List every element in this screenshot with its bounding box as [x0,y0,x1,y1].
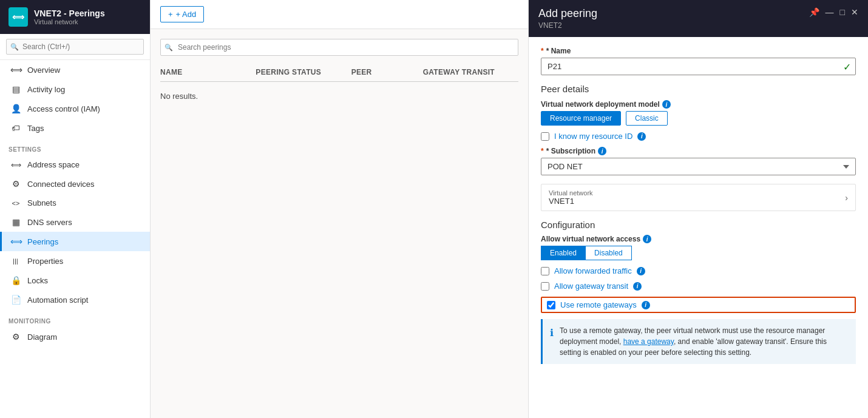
allow-forwarded-traffic-checkbox[interactable] [541,267,549,275]
col-peering-status: PEERING STATUS [256,68,351,76]
vnet-icon: ⟺ [8,7,28,27]
search-peerings-input[interactable] [160,39,518,56]
deployment-model-label: Virtual network deployment model i [541,100,856,109]
classic-button[interactable]: Classic [626,111,668,126]
subscription-info-icon[interactable]: i [598,147,606,155]
sidebar-search-input[interactable] [6,39,144,55]
sidebar-item-diagram[interactable]: ⚙ Diagram [0,327,150,346]
virtual-network-value: VNET1 [549,197,593,206]
subnets-icon: <> [10,200,21,207]
diagram-icon: ⚙ [10,332,21,342]
minimize-icon[interactable]: — [826,7,834,17]
info-box: ℹ To use a remote gateway, the peer virt… [541,319,856,364]
sidebar-item-overview[interactable]: ⟺ Overview [0,60,150,79]
virtual-network-label: Virtual network [549,189,593,197]
peer-details-title: Peer details [541,84,856,94]
sidebar-item-label: Peerings [27,237,58,246]
use-remote-gateways-checkbox[interactable] [547,301,555,309]
info-box-link[interactable]: have a gateway [623,337,674,346]
activity-log-icon: ▤ [10,84,21,94]
panel-title: Add peering [538,7,597,20]
allow-gateway-transit-label[interactable]: Allow gateway transit [554,281,628,291]
know-resource-id-checkbox[interactable] [541,132,549,141]
info-box-text: To use a remote gateway, the peer virtua… [560,325,849,358]
add-icon: + [168,10,173,19]
sidebar-item-label: Activity log [27,85,65,94]
col-gateway-transit: GATEWAY TRANSIT [423,68,518,76]
sidebar-item-properties[interactable]: ⫼ Properties [0,251,150,271]
sidebar-item-dns-servers[interactable]: ▦ DNS servers [0,212,150,232]
know-resource-info-icon[interactable]: i [637,132,646,141]
panel-header: Add peering VNET2 📌 — □ ✕ [529,0,868,37]
resource-manager-button[interactable]: Resource manager [541,111,621,126]
virtual-network-chevron-icon: › [845,193,848,203]
properties-icon: ⫼ [10,256,21,266]
sidebar-item-activity-log[interactable]: ▤ Activity log [0,79,150,99]
allow-gateway-transit-checkbox[interactable] [541,282,549,291]
deployment-model-info-icon[interactable]: i [662,100,671,109]
sidebar-search-area: 🔍 [0,34,150,60]
sidebar-item-tags[interactable]: 🏷 Tags [0,118,150,138]
config-title: Configuration [541,220,856,230]
disabled-button[interactable]: Disabled [585,246,632,260]
address-space-icon: ⟺ [10,161,21,169]
search-bar-wrap: 🔍 [160,39,518,56]
no-results-message: No results. [160,82,518,110]
access-control-icon: 👤 [10,104,21,113]
sidebar-item-locks[interactable]: 🔒 Locks [0,271,150,290]
name-input[interactable] [541,58,856,75]
use-remote-gateways-info-icon[interactable]: i [642,301,650,309]
use-remote-gateways-label[interactable]: Use remote gateways [560,300,637,309]
allow-vnet-access-label: Allow virtual network access i [541,235,856,243]
info-box-icon: ℹ [550,326,554,358]
sidebar-item-automation-script[interactable]: 📄 Automation script [0,290,150,309]
sidebar-item-label: Subnets [27,198,56,207]
sidebar-item-peerings[interactable]: ⟺ Peerings [0,232,150,251]
close-icon[interactable]: ✕ [851,7,858,17]
access-toggle-group: Enabled Disabled [541,246,856,260]
subscription-select[interactable]: POD NET [541,158,856,175]
sidebar-item-connected-devices[interactable]: ⚙ Connected devices [0,174,150,194]
add-button[interactable]: + + Add [160,6,204,22]
locks-icon: 🔒 [10,275,21,285]
peerings-icon: ⟺ [10,237,21,246]
allow-gateway-transit-row: Allow gateway transit i [541,281,856,291]
sidebar-item-subnets[interactable]: <> Subnets [0,194,150,212]
use-remote-gateways-row: Use remote gateways i [541,297,856,313]
sidebar-item-label: Properties [27,257,63,266]
name-label: * * Name [541,47,856,55]
sidebar-subtitle: Virtual network [34,18,105,25]
know-resource-id-row: I know my resource ID i [541,132,856,141]
allow-vnet-access-info-icon[interactable]: i [643,235,651,243]
sidebar-title: VNET2 - Peerings [34,8,105,18]
add-label: + Add [176,10,197,19]
maximize-icon[interactable]: □ [840,7,845,17]
sidebar-item-address-space[interactable]: ⟺ Address space [0,155,150,174]
enabled-button[interactable]: Enabled [541,246,585,260]
name-check-icon: ✓ [843,61,851,72]
monitoring-section-label: MONITORING [0,309,150,327]
panel-subtitle: VNET2 [538,21,597,30]
sidebar-item-label: Tags [27,124,44,133]
main-area: + + Add 🔍 NAME PEERING STATUS PEER GATEW… [151,0,528,418]
name-input-wrap: ✓ [541,58,856,75]
virtual-network-row[interactable]: Virtual network VNET1 › [541,184,856,211]
allow-forwarded-traffic-label[interactable]: Allow forwarded traffic [554,266,632,275]
allow-gateway-transit-info-icon[interactable]: i [633,282,642,291]
deployment-model-row: Resource manager Classic [541,111,856,126]
sidebar-item-label: Automation script [27,295,88,305]
allow-forwarded-info-icon[interactable]: i [637,267,645,275]
content-body: 🔍 NAME PEERING STATUS PEER GATEWAY TRANS… [151,29,528,418]
pin-icon[interactable]: 📌 [809,7,819,17]
sidebar-search-icon: 🔍 [10,43,19,51]
subscription-label: * * Subscription i [541,147,856,155]
overview-icon: ⟺ [10,65,21,75]
sidebar-item-label: Diagram [27,332,57,342]
connected-devices-icon: ⚙ [10,179,21,189]
sidebar-item-label: Address space [27,160,80,169]
sidebar-item-access-control[interactable]: 👤 Access control (IAM) [0,99,150,118]
col-peer: PEER [351,68,423,76]
know-resource-id-label[interactable]: I know my resource ID [554,132,632,141]
allow-forwarded-traffic-row: Allow forwarded traffic i [541,266,856,275]
sidebar-item-label: Access control (IAM) [27,104,100,113]
